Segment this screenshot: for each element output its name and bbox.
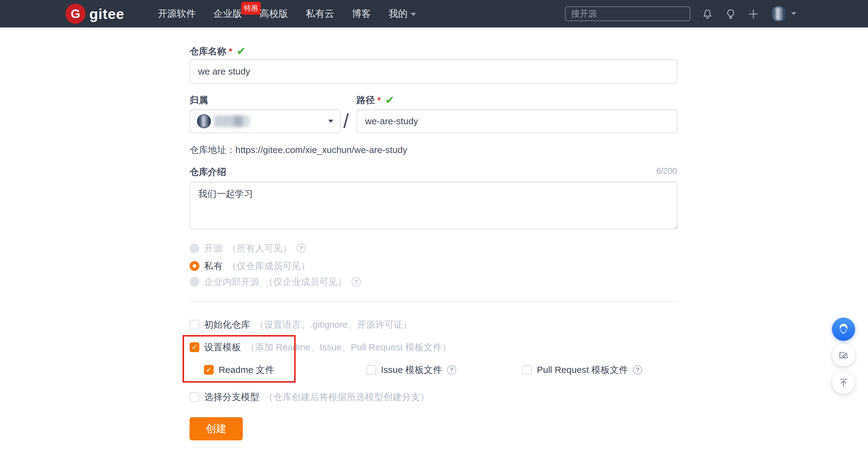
assistant-chat-button[interactable] (832, 317, 855, 341)
char-counter: 6/200 (656, 166, 677, 176)
checkbox-template[interactable]: ✓ (190, 342, 199, 352)
radio-inner-source[interactable] (190, 277, 199, 287)
avatar-blur (772, 7, 786, 21)
owner-name-blurred (214, 115, 250, 127)
radio-public[interactable] (190, 243, 199, 253)
owner-label: 归属 (190, 94, 208, 106)
option-template: ✓ 设置模板 （添加 Readme、Issue、Pull Request 模板文… (190, 341, 451, 353)
branch-model-label: 选择分支模型 (204, 391, 259, 403)
init-repo-label: 初始化仓库 (204, 318, 250, 331)
help-icon[interactable]: ? (351, 277, 361, 287)
checkbox-pr-template[interactable] (522, 365, 532, 375)
checkbox-branch-model[interactable] (190, 392, 199, 402)
help-icon[interactable]: ? (633, 365, 642, 374)
branch-model-hint: （仓库创建后将根据所选模型创建分支） (264, 391, 429, 403)
required-asterisk: * (229, 46, 232, 56)
notifications-bell-icon[interactable] (702, 8, 713, 20)
lightbulb-icon[interactable] (725, 8, 736, 20)
help-icon[interactable]: ? (297, 244, 306, 253)
gitee-logo[interactable]: G gitee (65, 0, 124, 28)
option-init-repo: 初始化仓库 （设置语言、.gitignore、开源许可证） (190, 318, 412, 331)
init-repo-hint: （设置语言、.gitignore、开源许可证） (255, 318, 412, 331)
option-branch-model: 选择分支模型 （仓库创建后将根据所选模型创建分支） (190, 391, 429, 403)
pr-template-label: Pull Request 模板文件 (537, 364, 628, 376)
feedback-button[interactable] (832, 344, 855, 366)
option-pr-template: Pull Request 模板文件 ? (522, 364, 642, 376)
required-asterisk: * (377, 95, 381, 105)
radio-inner-source-hint: （仅企业成员可见） (264, 276, 347, 288)
checkbox-issue-template[interactable] (366, 365, 376, 375)
radio-private-hint: （仅仓库成员可见） (227, 260, 310, 272)
template-label: 设置模板 (204, 341, 241, 354)
gitee-logo-icon: G (65, 4, 86, 24)
owner-avatar (197, 114, 211, 128)
description-label: 仓库介绍 (190, 166, 226, 178)
radio-public-hint: （所有人可见） (227, 242, 292, 255)
template-hint: （添加 Readme、Issue、Pull Request 模板文件） (246, 341, 451, 354)
checkbox-init-repo[interactable] (190, 320, 199, 330)
readme-label: Readme 文件 (219, 364, 274, 376)
assistant-face-icon (835, 321, 852, 338)
radio-inner-source-label: 企业内部开源 (204, 276, 259, 288)
option-issue-template: Issue 模板文件 ? (366, 364, 456, 376)
valid-check-icon: ✔ (385, 94, 394, 106)
checkbox-readme[interactable]: ✓ (204, 365, 214, 375)
path-label-text: 路径 (356, 95, 375, 105)
option-readme-file: ✓ Readme 文件 (204, 364, 274, 376)
repo-url-row: 仓库地址：https://gitee.com/xie_xuchun/we-are… (190, 143, 407, 156)
radio-private[interactable] (190, 261, 199, 271)
visibility-option-inner-source: 企业内部开源 （仅企业成员可见） ? (190, 276, 361, 288)
create-new-plus-icon[interactable] (748, 8, 759, 20)
to-top-arrow-icon (837, 376, 850, 389)
dropdown-caret-icon (329, 120, 333, 123)
section-divider (190, 301, 678, 302)
visibility-option-private: 私有 （仅仓库成员可见） (190, 260, 310, 272)
help-icon[interactable]: ? (447, 365, 456, 374)
new-repository-form: 仓库名称*✔ 归属 路径*✔ / 仓库地址：https://gitee.com/… (190, 0, 678, 470)
edit-feedback-icon (837, 349, 850, 361)
visibility-option-public: 开源 （所有人可见） ? (190, 242, 306, 255)
repo-name-label: 仓库名称*✔ (190, 45, 246, 58)
path-separator: / (343, 106, 349, 136)
repo-url-value: https://gitee.com/xie_xuchun/we-are-stud… (236, 145, 407, 155)
create-button[interactable]: 创建 (190, 417, 243, 440)
owner-avatar-blur (198, 115, 210, 127)
repo-name-label-text: 仓库名称 (190, 46, 226, 56)
path-label: 路径*✔ (356, 94, 394, 106)
description-textarea[interactable]: 我们一起学习 (190, 182, 678, 229)
avatar-chevron-down-icon[interactable] (791, 12, 796, 15)
path-input[interactable] (356, 109, 678, 133)
gitee-logo-text: gitee (89, 5, 124, 22)
repo-url-label: 仓库地址： (190, 145, 236, 155)
valid-check-icon: ✔ (237, 45, 246, 58)
scroll-to-top-button[interactable] (832, 371, 855, 394)
radio-public-label: 开源 (204, 242, 223, 255)
radio-private-label: 私有 (204, 260, 223, 272)
owner-select-dropdown[interactable] (190, 109, 341, 133)
user-avatar[interactable] (771, 6, 787, 22)
issue-template-label: Issue 模板文件 (381, 364, 442, 376)
repo-name-input[interactable] (190, 59, 678, 84)
